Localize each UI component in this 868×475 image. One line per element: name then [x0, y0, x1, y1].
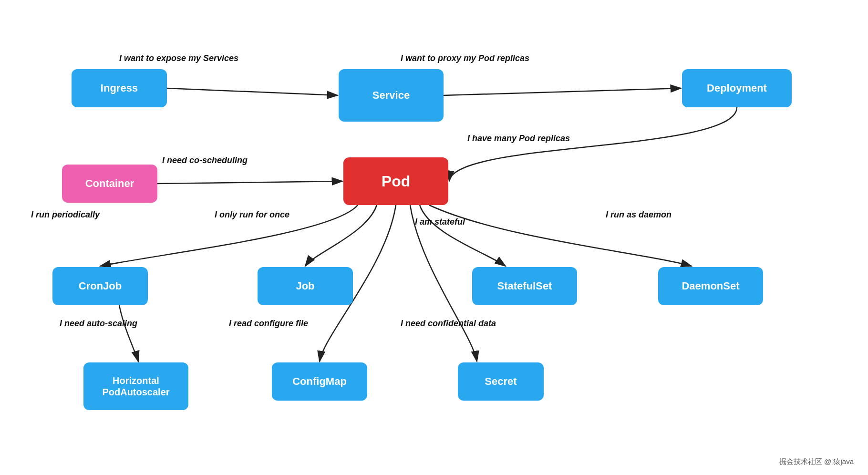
node-deployment: Deployment	[682, 69, 792, 107]
svg-line-3	[444, 88, 681, 95]
label-lbl-expose: I want to expose my Services	[119, 53, 238, 63]
watermark: 掘金技术社区 @ 猿java	[779, 457, 854, 466]
label-lbl-coscheduling: I need co-scheduling	[162, 155, 248, 165]
label-lbl-confidential: I need confidential data	[401, 319, 496, 329]
diagram-container: IngressServiceDeploymentContainerPodCron…	[0, 0, 868, 475]
label-lbl-stateful: I am stateful	[415, 217, 465, 227]
label-lbl-proxy: I want to proxy my Pod replicas	[401, 53, 529, 63]
svg-line-4	[157, 181, 342, 184]
node-pod: Pod	[343, 157, 448, 205]
node-cronjob: CronJob	[52, 267, 148, 305]
label-lbl-many-replicas: I have many Pod replicas	[467, 134, 570, 144]
node-container: Container	[62, 165, 157, 203]
label-lbl-daemon: I run as daemon	[606, 210, 672, 220]
label-lbl-periodically: I run periodically	[31, 210, 100, 220]
node-service: Service	[339, 69, 444, 122]
node-ingress: Ingress	[72, 69, 167, 107]
node-configmap: ConfigMap	[272, 362, 367, 401]
node-statefulset: StatefulSet	[472, 267, 577, 305]
node-job: Job	[258, 267, 353, 305]
label-lbl-autoscaling: I need auto-scaling	[60, 319, 137, 329]
node-hpa: Horizontal PodAutoscaler	[83, 362, 188, 410]
label-lbl-configure: I read configure file	[229, 319, 308, 329]
node-daemonset: DaemonSet	[658, 267, 763, 305]
svg-line-2	[167, 88, 338, 95]
node-secret: Secret	[458, 362, 544, 401]
label-lbl-once: I only run for once	[215, 210, 289, 220]
